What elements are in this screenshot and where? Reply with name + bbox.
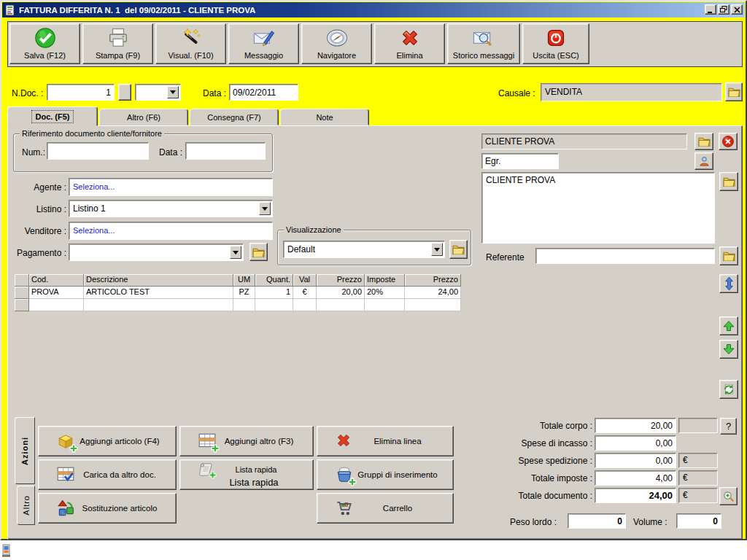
- tab-doc[interactable]: Doc. (F5): [7, 106, 98, 126]
- red-x-icon: [399, 26, 421, 50]
- listino-combo[interactable]: Listino 1: [69, 200, 273, 217]
- delete-line-button[interactable]: Elimina linea: [317, 426, 454, 456]
- person-icon: [698, 155, 711, 168]
- row-up-button[interactable]: [719, 316, 738, 335]
- visualizzazione-combo[interactable]: Default: [283, 241, 445, 258]
- zoom-totals-button[interactable]: [719, 487, 738, 505]
- printer-icon: [107, 26, 129, 50]
- vtab-azioni[interactable]: Azioni: [15, 417, 35, 484]
- spese-spedizione-currency-box: €: [678, 453, 718, 468]
- totale-documento-input[interactable]: [595, 488, 676, 503]
- folder-icon: [252, 247, 265, 257]
- ndoc-input[interactable]: [47, 84, 115, 101]
- totale-documento-currency-box: €: [678, 488, 718, 503]
- tab-altro[interactable]: Altro (F6): [99, 109, 188, 125]
- client-address-textarea[interactable]: CLIENTE PROVA: [481, 172, 715, 244]
- docref-num-input[interactable]: [47, 142, 149, 160]
- pagamento-combo[interactable]: [69, 244, 244, 261]
- causale-lookup-button[interactable]: [725, 82, 743, 101]
- delete-button[interactable]: Elimina: [374, 23, 445, 64]
- move-row-button[interactable]: [719, 274, 738, 293]
- chevron-down-icon[interactable]: [431, 243, 443, 256]
- totale-corpo-currency-box: [678, 418, 718, 433]
- folder-icon: [723, 251, 735, 261]
- replace-article-button[interactable]: Sostituzione articolo: [38, 493, 177, 524]
- ndoc-label: N.Doc. :: [12, 88, 43, 98]
- chevron-down-icon[interactable]: [230, 246, 241, 259]
- client-lookup-button[interactable]: [694, 133, 713, 150]
- venditore-label: Venditore :: [12, 226, 66, 236]
- vtab-altro[interactable]: Altro: [17, 486, 35, 525]
- peso-lordo-input[interactable]: [568, 513, 626, 529]
- refresh-icon: [722, 383, 735, 396]
- referente-lookup-button[interactable]: [719, 246, 738, 265]
- replace-boxes-icon: [56, 499, 75, 518]
- message-history-button[interactable]: Storico messaggi: [447, 23, 520, 64]
- plus-badge-icon: [348, 478, 357, 486]
- tab-note[interactable]: Note: [280, 109, 369, 125]
- refresh-button[interactable]: [719, 380, 738, 399]
- client-clear-button[interactable]: [719, 133, 738, 150]
- help-button[interactable]: ?: [720, 418, 737, 435]
- quick-list-button[interactable]: Lista rapida Lista rapida: [179, 459, 314, 490]
- load-from-doc-button[interactable]: Carica da altro doc.: [38, 459, 177, 490]
- table-row-empty[interactable]: [15, 299, 461, 311]
- exit-button[interactable]: Uscita (ESC): [522, 23, 589, 64]
- folder-icon: [728, 87, 740, 97]
- spese-spedizione-label: Spese spedizione :: [503, 456, 592, 466]
- spese-incasso-input[interactable]: [595, 435, 676, 451]
- basket-add-icon: [335, 465, 354, 484]
- table-row[interactable]: PROVA ARTICOLO TEST PZ 1 € 20,00 20% 24,…: [15, 287, 461, 299]
- print-button[interactable]: Stampa (F9): [82, 23, 153, 64]
- ndoc-combo[interactable]: [135, 84, 181, 101]
- agente-field[interactable]: Seleziona...: [69, 178, 273, 196]
- save-button[interactable]: Salva (F12): [9, 23, 80, 64]
- totale-imposte-input[interactable]: [595, 470, 676, 486]
- red-x-icon: [335, 432, 354, 451]
- close-button[interactable]: [731, 4, 743, 15]
- contact-person-button[interactable]: [694, 152, 713, 170]
- volume-input[interactable]: [676, 513, 721, 529]
- toolbar: Salva (F12) Stampa (F9): [7, 21, 743, 67]
- red-circle-x-icon: [721, 135, 735, 148]
- add-other-button[interactable]: Aggiungi altro (F3): [179, 426, 314, 456]
- row-down-button[interactable]: [719, 340, 738, 359]
- salutation-input[interactable]: [481, 153, 559, 169]
- spese-spedizione-input[interactable]: [595, 453, 676, 468]
- navigator-button[interactable]: Navigatore: [301, 23, 372, 64]
- address-lookup-button[interactable]: [719, 172, 738, 191]
- totale-corpo-input[interactable]: [595, 418, 676, 433]
- pagamento-label: Pagamento :: [7, 248, 66, 258]
- green-up-arrow-icon: [723, 320, 735, 332]
- envelope-search-icon: [472, 26, 495, 50]
- referente-input[interactable]: [535, 248, 715, 264]
- totale-corpo-label: Totale corpo :: [503, 421, 592, 431]
- cart-button[interactable]: Carrello: [317, 493, 454, 524]
- restore-button[interactable]: [718, 4, 729, 15]
- visualizzazione-lookup-button[interactable]: [449, 240, 468, 259]
- agente-label: Agente :: [12, 182, 66, 192]
- magnifier-plus-icon: [722, 490, 735, 503]
- volume-label: Volume :: [633, 517, 667, 527]
- chevron-down-icon[interactable]: [167, 86, 179, 98]
- desktop-icon[interactable]: [2, 544, 10, 557]
- minimize-button[interactable]: [705, 4, 716, 15]
- check-circle-icon: [34, 26, 56, 50]
- visualizzazione-legend: Visualizzazione: [284, 225, 344, 234]
- preview-button[interactable]: Visual. (F10): [155, 23, 226, 64]
- venditore-field[interactable]: Seleziona...: [69, 222, 273, 240]
- docref-num-label: Num.:: [22, 147, 45, 158]
- data-input[interactable]: [229, 84, 298, 101]
- add-article-button[interactable]: Aggiungi articolo (F4): [38, 426, 177, 456]
- message-button[interactable]: Messaggio: [228, 23, 299, 64]
- insert-groups-button[interactable]: Gruppi di inserimento: [317, 459, 454, 490]
- docref-data-input[interactable]: [185, 142, 266, 160]
- plus-badge-icon: [211, 444, 220, 453]
- totale-imposte-label: Totale imposte :: [503, 473, 592, 483]
- chevron-down-icon[interactable]: [259, 202, 271, 215]
- ndoc-aux-button[interactable]: [118, 84, 131, 101]
- pagamento-lookup-button[interactable]: [249, 243, 268, 261]
- docref-legend: Riferimento documento cliente/fornitore: [20, 129, 164, 138]
- tab-consegna[interactable]: Consegna (F7): [190, 109, 279, 125]
- plus-badge-icon: [69, 444, 78, 453]
